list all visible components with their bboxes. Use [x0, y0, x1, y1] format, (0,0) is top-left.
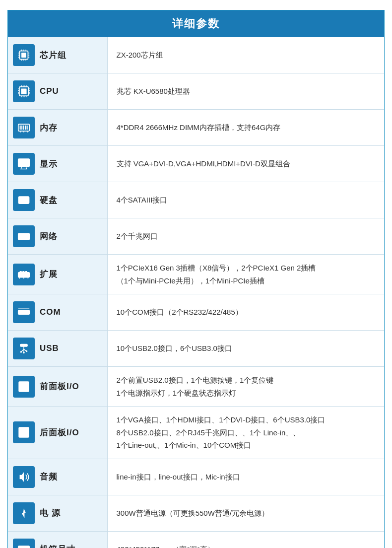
table-row: 内存4*DDR4 2666MHz DIMM内存插槽，支持64G内存: [8, 110, 384, 146]
value-cell-audio: line-in接口，line-out接口，Mic-in接口: [107, 459, 384, 495]
label-cell-rear-panel: 后面板I/O: [8, 407, 107, 459]
label-cell-hdd: 硬盘: [8, 182, 107, 218]
svg-point-72: [23, 352, 25, 354]
cpu-icon: [13, 80, 35, 102]
svg-rect-52: [20, 237, 21, 239]
chassis-icon: [13, 539, 35, 548]
svg-rect-55: [20, 271, 22, 273]
svg-rect-41: [18, 159, 29, 166]
table-row: 机箱尺寸482*450*177mm（宽*深*高）: [8, 531, 384, 548]
panel-icon: [13, 376, 35, 398]
table-row: 芯片组ZX-200芯片组: [8, 37, 384, 73]
value-cell-front-panel: 2个前置USB2.0接口，1个电源按键，1个复位键1个电源指示灯，1个硬盘状态指…: [107, 367, 384, 407]
hdd-icon: [13, 189, 35, 211]
label-cell-display: 显示: [8, 146, 107, 182]
svg-rect-33: [20, 126, 21, 130]
svg-rect-15: [21, 88, 26, 94]
label-cell-expansion: 扩展: [8, 255, 107, 294]
expansion-icon: [13, 264, 35, 285]
value-cell-hdd: 4个SATAIII接口: [107, 182, 384, 218]
svg-rect-54: [18, 272, 29, 277]
label-text-cpu: CPU: [40, 86, 59, 96]
memory-icon: [13, 117, 35, 138]
value-cell-cpu: 兆芯 KX-U6580处理器: [107, 73, 384, 110]
table-row: 网络2个千兆网口: [8, 218, 384, 255]
display-icon: [13, 153, 35, 175]
network-icon: [13, 225, 35, 247]
value-cell-expansion: 1个PCIeX16 Gen 3插槽（X8信号），2个PCIeX1 Gen 2插槽…: [107, 255, 384, 294]
svg-rect-1: [21, 53, 26, 58]
svg-rect-53: [22, 237, 24, 239]
value-cell-chipset: ZX-200芯片组: [107, 37, 384, 73]
panel-icon: [13, 421, 35, 443]
page-title: 详细参数: [8, 10, 384, 37]
table-row: USB10个USB2.0接口，6个USB3.0接口: [8, 331, 384, 367]
svg-rect-34: [21, 126, 22, 130]
table-row: 硬盘4个SATAIII接口: [8, 182, 384, 218]
svg-rect-66: [20, 344, 27, 346]
table-row: 后面板I/O1个VGA接口、1个HDMI接口、1个DVI-D接口、6个USB3.…: [8, 407, 384, 459]
svg-point-46: [26, 199, 28, 201]
label-cell-front-panel: 前面板I/O: [8, 367, 107, 407]
label-text-memory: 内存: [40, 122, 58, 134]
label-text-front-panel: 前面板I/O: [40, 381, 79, 392]
value-cell-memory: 4*DDR4 2666MHz DIMM内存插槽，支持64G内存: [107, 110, 384, 146]
label-text-audio: 音频: [40, 471, 58, 482]
svg-point-64: [26, 312, 28, 313]
label-text-usb: USB: [40, 343, 59, 353]
usb-icon: [13, 338, 35, 359]
label-text-chassis: 机箱尺寸: [40, 544, 75, 548]
value-cell-network: 2个千兆网口: [107, 218, 384, 255]
svg-rect-36: [25, 126, 26, 130]
label-cell-power: 电 源: [8, 495, 107, 531]
table-row: CPU兆芯 KX-U6580处理器: [8, 73, 384, 110]
label-text-expansion: 扩展: [40, 269, 58, 280]
com-icon: [13, 301, 35, 323]
table-row: 显示支持 VGA+DVI-D,VGA+HDMI,HDMI+DVI-D双显组合: [8, 146, 384, 182]
chipset-icon: [13, 44, 35, 66]
audio-icon: [13, 466, 35, 488]
svg-rect-50: [18, 233, 29, 240]
value-cell-power: 300W普通电源（可更换550W普通/冗余电源）: [107, 495, 384, 531]
table-row: 扩展1个PCIeX16 Gen 3插槽（X8信号），2个PCIeX1 Gen 2…: [8, 255, 384, 294]
label-text-chipset: 芯片组: [40, 50, 66, 61]
label-cell-memory: 内存: [8, 110, 107, 146]
table-row: COM10个COM接口（2个RS232/422/485）: [8, 294, 384, 331]
table-row: 前面板I/O2个前置USB2.0接口，1个电源按键，1个复位键1个电源指示灯，1…: [8, 367, 384, 407]
label-text-display: 显示: [40, 158, 58, 170]
label-cell-usb: USB: [8, 331, 107, 367]
svg-rect-57: [25, 271, 27, 273]
svg-point-71: [26, 350, 28, 352]
value-cell-com: 10个COM接口（2个RS232/422/485）: [107, 294, 384, 331]
spec-table: 芯片组ZX-200芯片组 CPU兆芯 KX-U6580处理器: [8, 37, 384, 548]
svg-point-70: [20, 351, 22, 353]
svg-rect-56: [22, 271, 24, 273]
svg-rect-37: [27, 126, 28, 130]
svg-point-63: [23, 312, 25, 313]
label-cell-com: COM: [8, 294, 107, 331]
label-text-network: 网络: [40, 231, 58, 242]
label-text-power: 电 源: [40, 507, 61, 519]
label-text-com: COM: [40, 307, 61, 317]
value-cell-chassis: 482*450*177mm（宽*深*高）: [107, 531, 384, 548]
power-icon: [13, 502, 35, 524]
label-cell-chassis: 机箱尺寸: [8, 531, 107, 548]
label-cell-network: 网络: [8, 218, 107, 255]
label-text-rear-panel: 后面板I/O: [40, 427, 79, 438]
value-cell-usb: 10个USB2.0接口，6个USB3.0接口: [107, 331, 384, 367]
table-row: 电 源300W普通电源（可更换550W普通/冗余电源）: [8, 495, 384, 531]
label-cell-audio: 音频: [8, 459, 107, 495]
svg-point-83: [20, 547, 21, 548]
svg-rect-35: [23, 126, 24, 130]
value-cell-display: 支持 VGA+DVI-D,VGA+HDMI,HDMI+DVI-D双显组合: [107, 146, 384, 182]
label-cell-chipset: 芯片组: [8, 37, 107, 73]
label-text-hdd: 硬盘: [40, 195, 58, 206]
value-cell-rear-panel: 1个VGA接口、1个HDMI接口、1个DVI-D接口、6个USB3.0接口8个U…: [107, 407, 384, 459]
svg-point-62: [20, 312, 21, 313]
label-cell-cpu: CPU: [8, 73, 107, 110]
spec-table-container: 详细参数 芯片组ZX-200芯片组: [7, 10, 385, 548]
table-row: 音频line-in接口，line-out接口，Mic-in接口: [8, 459, 384, 495]
